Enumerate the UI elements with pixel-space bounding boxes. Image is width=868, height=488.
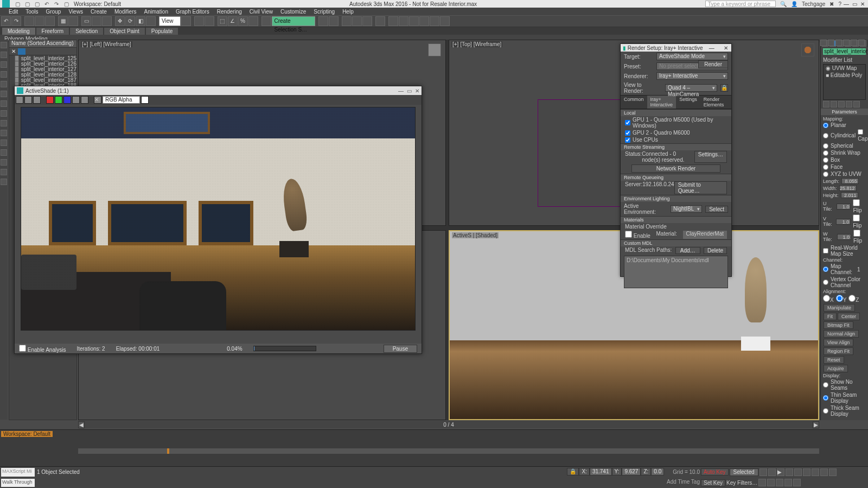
rs-env-select-button[interactable]: Select bbox=[705, 206, 728, 213]
as-clear-icon[interactable]: ✕ bbox=[94, 96, 101, 104]
tb-render-icon[interactable] bbox=[409, 16, 419, 26]
cp-radio-planar[interactable]: Planar bbox=[823, 122, 866, 129]
cp-acquire-button[interactable]: Acquire bbox=[824, 365, 848, 372]
as-copy-icon[interactable] bbox=[24, 96, 32, 104]
rs-target-combo[interactable]: ActiveShade Mode bbox=[656, 53, 728, 60]
tb-selectname-icon[interactable] bbox=[92, 16, 101, 26]
tb-matedit-icon[interactable] bbox=[375, 16, 385, 26]
se-tool-icon[interactable] bbox=[1, 169, 7, 175]
se-tool-icon[interactable] bbox=[1, 91, 7, 97]
cp-manipulate-button[interactable]: Manipulate bbox=[824, 304, 855, 312]
time-config-icon[interactable] bbox=[758, 479, 766, 486]
rs-tab-elements[interactable]: Render Elements bbox=[700, 96, 731, 109]
rs-settings-button[interactable]: Settings… bbox=[694, 151, 727, 163]
cp-width[interactable]: Width:25.812 bbox=[823, 185, 866, 192]
menu-animation[interactable]: Animation bbox=[144, 9, 168, 15]
tb-rendersetup-icon[interactable] bbox=[388, 16, 398, 26]
coord-z[interactable]: 0.0 bbox=[651, 468, 664, 476]
cp-viewalign-button[interactable]: View Align bbox=[824, 339, 853, 346]
cp-disp-thick[interactable]: Thick Seam Display bbox=[823, 404, 866, 417]
se-tool-icon[interactable] bbox=[1, 130, 7, 136]
menu-group[interactable]: Group bbox=[46, 9, 61, 15]
qat-open-icon[interactable]: ▢ bbox=[24, 1, 30, 7]
nav-maxtoggle-icon[interactable] bbox=[793, 479, 801, 486]
as-save-icon[interactable] bbox=[16, 96, 23, 104]
cp-modifierlist-label[interactable]: Modifier List bbox=[821, 56, 868, 64]
se-tool-icon[interactable] bbox=[1, 71, 7, 78]
cp-mod-uvw[interactable]: ◉ UVW Map bbox=[824, 65, 865, 72]
tb-link-icon[interactable] bbox=[24, 16, 34, 26]
rs-section-mdl[interactable]: Custom MDL bbox=[621, 239, 731, 246]
as-channel-combo[interactable]: RGB Alpha bbox=[103, 96, 140, 104]
coord-x[interactable]: 31.741 bbox=[590, 468, 612, 476]
viewcube-icon[interactable] bbox=[428, 43, 441, 56]
qat-save-icon[interactable]: ▢ bbox=[34, 1, 40, 7]
tb-kbd-icon[interactable] bbox=[205, 16, 214, 26]
tb-scale-icon[interactable]: ◧ bbox=[136, 16, 145, 26]
menu-customize[interactable]: Customize bbox=[280, 9, 306, 15]
tb-manip-icon[interactable] bbox=[194, 16, 204, 26]
ribbon-tab-modeling[interactable]: Modeling bbox=[2, 28, 35, 35]
se-tool-icon[interactable] bbox=[1, 149, 7, 156]
as-pause-button[interactable]: Pause bbox=[384, 345, 417, 353]
cp-vtile[interactable]: V Tile:1.0Flip bbox=[823, 214, 866, 229]
activeshade-window[interactable]: ActiveShade (1:1) —▭✕ ✕ RGB Alpha Enable… bbox=[14, 86, 422, 354]
rs-section-local[interactable]: Local bbox=[621, 109, 731, 116]
rs-mdl-paths[interactable]: D:\Documents\My Documents\mdl bbox=[624, 256, 728, 288]
cp-object-name[interactable]: split_level_interior_125 bbox=[823, 48, 866, 55]
tb-angsnap-icon[interactable]: ∠ bbox=[228, 16, 238, 26]
display-icon[interactable] bbox=[843, 40, 850, 46]
vp-label-left[interactable]: [+] [Left] [Wireframe] bbox=[81, 41, 132, 47]
cp-remove-icon[interactable] bbox=[846, 101, 852, 107]
as-close-icon[interactable]: ✕ bbox=[415, 88, 419, 94]
cp-config-icon[interactable] bbox=[853, 101, 860, 107]
cp-radio-cyl[interactable]: Cylindrical Cap bbox=[823, 129, 866, 142]
as-blue-channel[interactable] bbox=[63, 96, 71, 104]
rs-mdl-add-button[interactable]: Add… bbox=[675, 247, 700, 254]
cp-fit-button[interactable]: Fit bbox=[824, 313, 837, 320]
cp-unique-icon[interactable] bbox=[838, 101, 845, 107]
goto-start-icon[interactable] bbox=[760, 468, 767, 476]
tb-activeshade-icon[interactable] bbox=[430, 16, 439, 26]
dock-icon[interactable] bbox=[858, 40, 865, 46]
cp-align-axis[interactable]: X Y Z bbox=[823, 294, 866, 303]
as-red-channel[interactable] bbox=[46, 96, 54, 104]
rs-view-combo[interactable]: Quad 4 – MainCamera bbox=[665, 84, 717, 92]
tb-namedselset-icon[interactable] bbox=[261, 16, 271, 26]
rs-render-button[interactable]: Render bbox=[698, 60, 728, 68]
se-tool-icon[interactable] bbox=[1, 52, 7, 58]
nav-zoomall-icon[interactable] bbox=[812, 468, 819, 476]
tb-rendercloud-icon[interactable] bbox=[440, 16, 450, 26]
as-max-icon[interactable]: ▭ bbox=[407, 88, 412, 94]
tb-unlink-icon[interactable] bbox=[35, 16, 44, 26]
maxscript-mini-listener[interactable]: MAXScript Mi bbox=[1, 468, 35, 477]
se-tool-icon[interactable] bbox=[1, 110, 7, 117]
rs-submit-button[interactable]: Submit to Queue… bbox=[674, 181, 727, 194]
se-delete-icon[interactable]: ✕ bbox=[11, 48, 16, 54]
utility-icon[interactable] bbox=[851, 40, 857, 46]
as-alpha-channel[interactable] bbox=[72, 96, 80, 104]
rs-gpu2-check[interactable]: GPU 2 - Quadro M6000 bbox=[621, 129, 731, 136]
tb-bind-icon[interactable] bbox=[45, 16, 55, 26]
cp-radio-face[interactable]: Face bbox=[823, 163, 866, 170]
qat-redo-icon[interactable]: ↷ bbox=[53, 1, 60, 7]
cp-reset-button[interactable]: Reset bbox=[824, 356, 844, 364]
signin-name[interactable]: Techgage bbox=[802, 1, 825, 7]
tb-pivot-icon[interactable] bbox=[181, 16, 191, 26]
nav-zoom-icon[interactable] bbox=[803, 468, 810, 476]
menu-bar[interactable]: Edit Tools Group Views Create Modifiers … bbox=[0, 8, 868, 15]
exchange-icon[interactable]: ✖ bbox=[829, 1, 834, 7]
cp-mapchannel[interactable]: Map Channel:1 bbox=[823, 263, 866, 276]
motion-icon[interactable] bbox=[835, 40, 842, 46]
cp-normalalign-button[interactable]: Normal Align bbox=[824, 330, 859, 338]
as-enable-analysis[interactable]: Enable Analysis bbox=[19, 345, 66, 353]
walk-through-field[interactable]: Walk Through bbox=[1, 479, 35, 487]
ribbon-tabs[interactable]: Modeling Freeform Selection Object Paint… bbox=[0, 27, 868, 35]
tb-crossing-icon[interactable] bbox=[68, 16, 78, 26]
se-tool-icon[interactable] bbox=[1, 81, 7, 87]
ribbon-tab-populate[interactable]: Populate bbox=[146, 28, 178, 35]
tb-schematic-icon[interactable] bbox=[362, 16, 372, 26]
close-icon[interactable]: ✕ bbox=[860, 1, 865, 7]
coord-y[interactable]: 9.627 bbox=[622, 468, 641, 476]
rs-cpu-check[interactable]: Use CPUs bbox=[621, 136, 731, 143]
